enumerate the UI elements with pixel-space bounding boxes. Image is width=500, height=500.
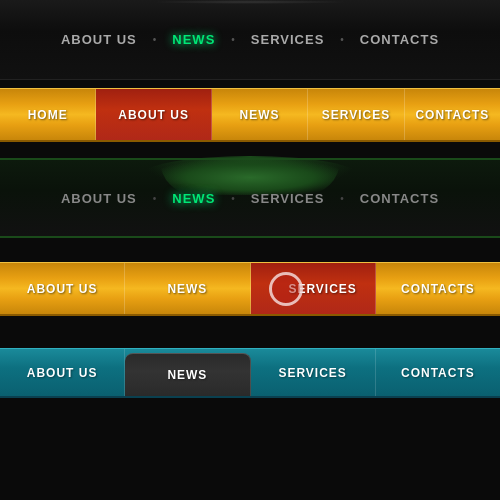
nav1-dot1: • (153, 34, 157, 45)
spacer-6 (0, 340, 500, 348)
nav2-services[interactable]: SERVICES (308, 89, 404, 140)
nav4-about[interactable]: ABOUT US (0, 263, 125, 314)
navbar-5: ABOUT US NEWS SERVICES CONTACTS (0, 348, 500, 398)
spacer-2 (0, 246, 500, 254)
nav2-home[interactable]: HOME (0, 89, 96, 140)
nav3-about[interactable]: ABOUT US (61, 191, 137, 206)
nav1-news[interactable]: NEWS (172, 32, 215, 47)
nav3-items: ABOUT US • NEWS • SERVICES • CONTACTS (61, 191, 439, 206)
nav5-news[interactable]: NEWS (125, 353, 250, 396)
navbar-4: ABOUT US NEWS SERVICES CONTACTS (0, 262, 500, 316)
nav1-dot2: • (231, 34, 235, 45)
nav1-items: ABOUT US • NEWS • SERVICES • CONTACTS (61, 32, 439, 47)
nav2-contacts[interactable]: CONTACTS (405, 89, 500, 140)
nav3-services[interactable]: SERVICES (251, 191, 325, 206)
nav5-about[interactable]: ABOUT US (0, 349, 125, 396)
nav1-contacts[interactable]: CONTACTS (360, 32, 439, 47)
nav1-about[interactable]: ABOUT US (61, 32, 137, 47)
nav5-services[interactable]: SERVICES (251, 349, 376, 396)
nav4-news[interactable]: NEWS (125, 263, 250, 314)
nav4-services[interactable]: SERVICES (251, 263, 376, 314)
nav4-services-label: SERVICES (288, 282, 356, 296)
nav1-dot3: • (340, 34, 344, 45)
nav4-contacts[interactable]: CONTACTS (376, 263, 500, 314)
spacer-4 (0, 324, 500, 332)
nav3-dot1: • (153, 193, 157, 204)
navbar-3: ABOUT US • NEWS • SERVICES • CONTACTS (0, 158, 500, 238)
nav3-contacts[interactable]: CONTACTS (360, 191, 439, 206)
nav3-dot2: • (231, 193, 235, 204)
navbar-2: HOME ABOUT US NEWS SERVICES CONTACTS (0, 88, 500, 142)
nav3-dot3: • (340, 193, 344, 204)
spacer-3 (0, 254, 500, 262)
spacer-5 (0, 332, 500, 340)
nav3-news[interactable]: NEWS (172, 191, 215, 206)
nav5-contacts[interactable]: CONTACTS (376, 349, 500, 396)
navbar-1: ABOUT US • NEWS • SERVICES • CONTACTS (0, 0, 500, 80)
nav2-about[interactable]: ABOUT US (96, 89, 211, 140)
nav2-news[interactable]: NEWS (212, 89, 308, 140)
nav1-services[interactable]: SERVICES (251, 32, 325, 47)
